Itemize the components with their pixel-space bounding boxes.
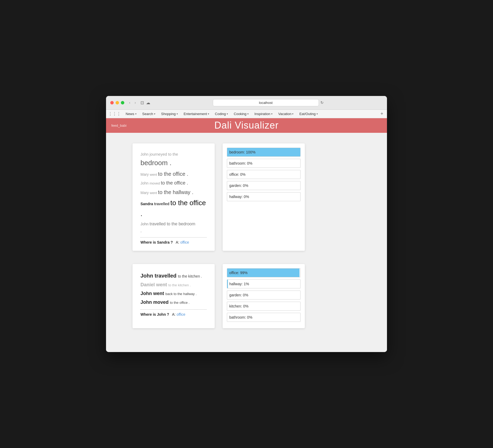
bookmark-cooking[interactable]: Cooking ▾ (231, 111, 251, 117)
bar-row-office: office: 0% (227, 170, 301, 179)
answer-text-2: office (177, 312, 185, 317)
bar-row-garden: garden: 0% (227, 291, 301, 300)
address-bar: ↻ (153, 99, 383, 106)
person-bold-label: Sandra (140, 202, 154, 206)
chevron-down-icon: ▾ (177, 112, 178, 115)
person-label: John (140, 181, 149, 185)
minimize-button[interactable] (116, 101, 119, 104)
bookmark-entertainement-label: Entertainement (184, 112, 207, 116)
bookmark-inspiration[interactable]: Inspiration ▾ (252, 111, 275, 117)
bar-container: bedroom: 100% (227, 148, 301, 157)
maximize-button[interactable] (121, 101, 124, 104)
bar-container: hallway: 0% (227, 192, 301, 201)
bar-container: hallway: 1% (227, 279, 301, 288)
main-content: John journeyed to the bedroom . Mary wen… (106, 133, 387, 352)
person-label: Mary (140, 172, 150, 177)
person-bold-3: John moved (140, 300, 170, 305)
verb-3: to the office . (170, 301, 190, 305)
story-question-1: Where is Sandra ? A: office (140, 240, 207, 244)
close-button[interactable] (110, 101, 114, 104)
apps-icon[interactable]: ⋮⋮⋮ (108, 111, 121, 116)
verb-bold-label: travelled (154, 202, 170, 206)
chevron-down-icon: ▾ (292, 112, 293, 115)
verb-label: journeyed to the (149, 152, 178, 156)
location-label: bedroom . (140, 159, 171, 167)
bookmark-news-label: News (126, 112, 134, 116)
bar-label: hallway: 1% (227, 282, 249, 286)
cloud-button[interactable]: ☁ (146, 100, 150, 105)
card-pair-1: John journeyed to the bedroom . Mary wen… (133, 143, 360, 251)
browser-window: ‹ › ⊡ ☁ ↻ ⋮⋮⋮ News ▾ Search ▾ Shopping ▾… (106, 96, 387, 352)
chevron-down-icon: ▾ (247, 112, 249, 115)
story-line-4: John moved to the office . (140, 298, 207, 306)
story-question-2: Where is John ? A: office (140, 312, 207, 317)
question-text-2: Where is John ? (140, 312, 169, 317)
bar-label: bedroom: 100% (227, 150, 256, 154)
bookmark-eat-outing[interactable]: Eat/Outing ▾ (297, 111, 320, 117)
bar-label: kitchen: 0% (227, 304, 248, 308)
story-line-5: Sandra travelled to the office . (140, 197, 207, 219)
bar-container: kitchen: 0% (227, 302, 301, 311)
bar-row-kitchen: kitchen: 0% (227, 302, 301, 311)
sidebar-toggle-button[interactable]: ⊡ (140, 100, 144, 105)
bookmark-search-label: Search (142, 112, 153, 116)
bar-container: garden: 0% (227, 291, 301, 300)
answer-text: office (180, 240, 189, 244)
nav-buttons: ‹ › (127, 100, 137, 105)
bookmark-vacation[interactable]: Vacation ▾ (276, 111, 296, 117)
bar-label: garden: 0% (227, 183, 248, 188)
bars-card-1: bedroom: 100% bathroom: 0% office: 0% (223, 143, 305, 251)
story-line-3: John went back to the hallway . (140, 290, 207, 297)
verb-label: went (150, 173, 158, 177)
back-button[interactable]: ‹ (127, 100, 132, 105)
bar-label: office: 0% (227, 172, 245, 177)
verb-grey: to the kitchen . (168, 283, 191, 287)
forward-button[interactable]: › (133, 100, 138, 105)
story-separator (140, 237, 207, 238)
person-label: John (140, 152, 149, 156)
bookmark-search[interactable]: Search ▾ (140, 111, 158, 117)
browser-controls: ⊡ ☁ (140, 100, 150, 105)
chevron-down-icon: ▾ (154, 112, 155, 115)
bar-label: hallway: 0% (227, 195, 249, 199)
bar-label: garden: 0% (227, 293, 248, 297)
story-line-2: Mary went to the office . (140, 170, 207, 178)
bookmark-entertainement[interactable]: Entertainement ▾ (181, 111, 212, 117)
story-card-1: John journeyed to the bedroom . Mary wen… (133, 143, 215, 251)
bar-container: office: 0% (227, 170, 301, 179)
bar-row-bathroom: bathroom: 0% (227, 159, 301, 168)
reload-button[interactable]: ↻ (320, 100, 324, 105)
bar-row-garden: garden: 0% (227, 181, 301, 190)
bookmark-eat-outing-label: Eat/Outing (299, 112, 315, 116)
browser-titlebar: ‹ › ⊡ ☁ ↻ (106, 96, 387, 110)
verb-label: moved (149, 181, 161, 185)
story-card-2: John travelled to the kitchen . Daniel w… (133, 264, 215, 328)
verb-label: went (150, 191, 158, 195)
story-line-1: John travelled to the kitchen . (140, 271, 207, 280)
story-line-2: Daniel went to the kitchen . (140, 281, 207, 289)
bookmark-coding-label: Coding (215, 112, 226, 116)
chevron-down-icon: ▾ (227, 112, 228, 115)
add-bookmark-button[interactable]: + (379, 111, 385, 117)
url-input[interactable] (213, 99, 319, 106)
bar-row-bathroom: bathroom: 0% (227, 313, 301, 322)
full-line-content: travelled to the bedroom (149, 222, 195, 226)
question-text: Where is Sandra ? (140, 240, 173, 244)
chevron-down-icon: ▾ (208, 112, 209, 115)
bars-card-2: office: 99% hallway: 1% garden: 0% (223, 264, 305, 328)
person-grey: Daniel went (140, 282, 168, 287)
period: . (140, 229, 142, 233)
chevron-down-icon: ▾ (316, 112, 318, 115)
bookmark-news[interactable]: News ▾ (123, 111, 139, 117)
bar-row-hallway: hallway: 1% (227, 279, 301, 288)
bookmark-coding[interactable]: Coding ▾ (212, 111, 231, 117)
person-bold-2: John went (140, 291, 165, 296)
verb-2: back to the hallway . (165, 292, 197, 296)
bar-label: bathroom: 0% (227, 315, 252, 319)
story-line-6: John travelled to the bedroom . (140, 221, 207, 234)
site-title: Dali Visualizer (214, 120, 279, 131)
person-label: Mary (140, 191, 150, 195)
chevron-down-icon: ▾ (271, 112, 272, 115)
card-pair-2: John travelled to the kitchen . Daniel w… (133, 264, 360, 328)
bookmark-shopping[interactable]: Shopping ▾ (159, 111, 181, 117)
